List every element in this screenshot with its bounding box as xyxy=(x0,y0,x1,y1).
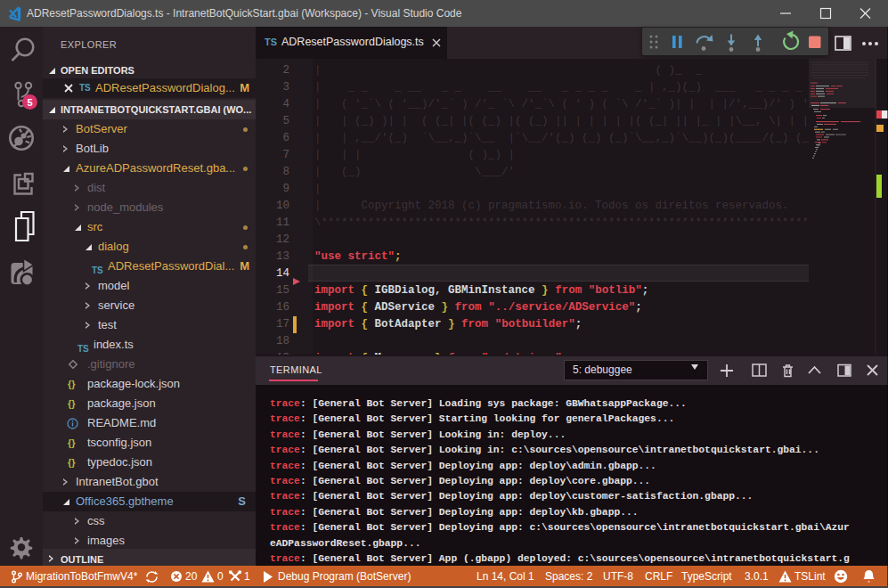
svg-text:5: 5 xyxy=(27,97,32,108)
